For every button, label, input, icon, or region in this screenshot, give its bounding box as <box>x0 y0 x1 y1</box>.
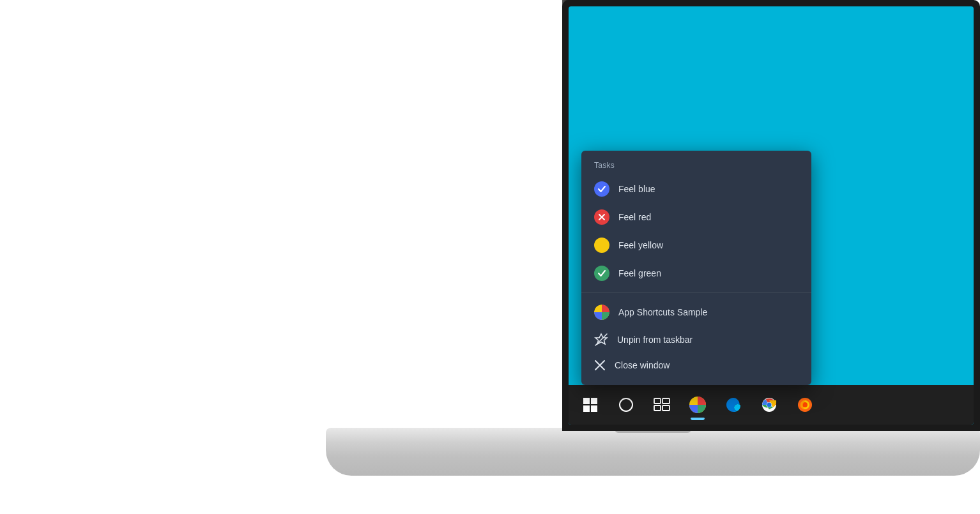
cortana-icon <box>619 398 633 412</box>
active-indicator <box>691 418 705 420</box>
laptop-base <box>326 428 980 476</box>
close-window-icon <box>594 359 606 371</box>
task-view-icon <box>654 398 670 412</box>
x-icon <box>598 213 606 221</box>
menu-item-app-shortcuts[interactable]: App Shortcuts Sample <box>581 298 811 326</box>
svg-point-13 <box>767 403 772 407</box>
feel-blue-label: Feel blue <box>618 184 655 194</box>
menu-item-feel-red[interactable]: Feel red <box>581 203 811 231</box>
unpin-icon <box>594 333 608 347</box>
svg-rect-6 <box>654 398 661 404</box>
feel-yellow-label: Feel yellow <box>618 240 663 250</box>
feel-green-icon <box>594 266 609 281</box>
edge-icon <box>725 397 742 413</box>
menu-item-close-window[interactable]: Close window <box>581 353 811 377</box>
svg-rect-9 <box>662 405 670 411</box>
taskbar-icon-cortana[interactable] <box>609 388 643 421</box>
app-shortcuts-taskbar-icon <box>689 396 707 414</box>
svg-rect-7 <box>662 398 670 404</box>
menu-item-feel-yellow[interactable]: Feel yellow <box>581 231 811 259</box>
firefox-icon <box>797 397 813 413</box>
feel-blue-icon <box>594 181 609 197</box>
close-window-label: Close window <box>615 360 670 370</box>
taskbar-icon-firefox[interactable] <box>788 388 822 421</box>
checkmark-green-icon <box>598 270 606 276</box>
context-menu-section-label: Tasks <box>581 158 811 175</box>
menu-item-feel-blue[interactable]: Feel blue <box>581 175 811 203</box>
menu-item-feel-green[interactable]: Feel green <box>581 259 811 287</box>
app-shortcuts-icon <box>594 305 609 320</box>
laptop-screen-bezel: Tasks Feel blue Feel red <box>562 0 980 431</box>
feel-red-icon <box>594 209 609 225</box>
taskbar <box>569 385 974 425</box>
taskbar-icon-task-view[interactable] <box>645 388 678 421</box>
checkmark-icon <box>598 186 606 192</box>
svg-rect-8 <box>654 405 661 411</box>
feel-yellow-icon <box>594 238 609 253</box>
taskbar-icon-app-shortcuts[interactable] <box>681 388 714 421</box>
taskbar-icon-chrome[interactable] <box>753 388 786 421</box>
taskbar-icon-windows-start[interactable] <box>574 388 607 421</box>
app-shortcuts-label: App Shortcuts Sample <box>618 307 707 317</box>
chrome-icon <box>761 397 777 413</box>
feel-red-label: Feel red <box>618 212 651 222</box>
menu-item-unpin[interactable]: Unpin from taskbar <box>581 326 811 353</box>
windows-logo-icon <box>583 398 597 412</box>
menu-divider-1 <box>581 292 811 293</box>
unpin-label: Unpin from taskbar <box>617 335 693 345</box>
context-menu: Tasks Feel blue Feel red <box>581 151 811 385</box>
taskbar-icon-edge[interactable] <box>717 388 750 421</box>
feel-green-label: Feel green <box>618 268 661 278</box>
screen-area: Tasks Feel blue Feel red <box>569 6 974 425</box>
